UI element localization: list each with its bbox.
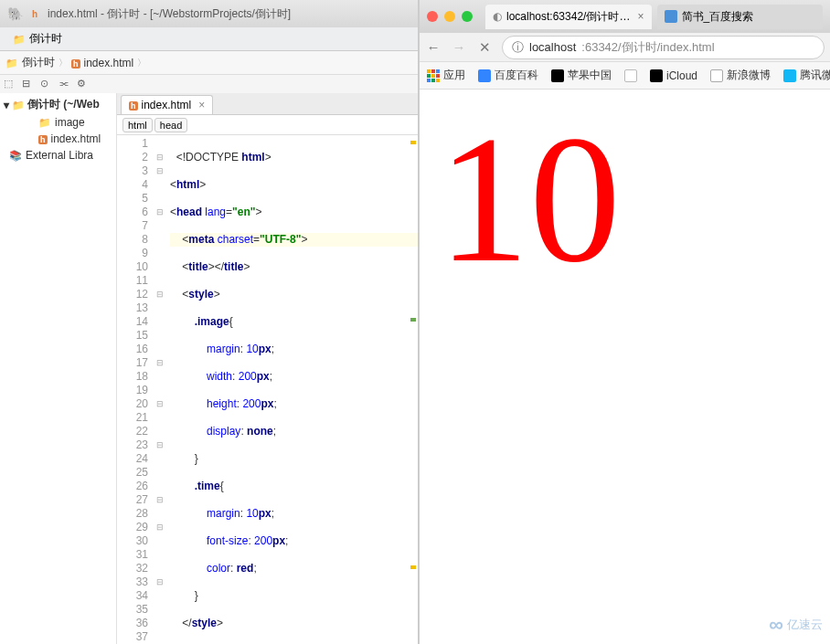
- site-info-icon[interactable]: [512, 39, 524, 56]
- url-path: :63342/倒计时/index.html: [581, 39, 714, 56]
- apple-icon: [551, 69, 564, 82]
- code-editor: index.html html head 123 456 789 101112 …: [117, 93, 418, 644]
- browser-titlebar: localhost:63342/倒计时/index 简书_百度搜索: [420, 0, 830, 33]
- folder-icon: [5, 57, 18, 69]
- watermark-logo-icon: [769, 613, 783, 637]
- tool-icon[interactable]: ⫘: [59, 78, 71, 90]
- folder-icon: [13, 33, 26, 46]
- apps-icon: [427, 69, 440, 82]
- crumb-html[interactable]: html: [122, 118, 153, 132]
- tool-icon[interactable]: ⊙: [40, 78, 53, 90]
- bookmark-label: 腾讯微博: [800, 68, 830, 83]
- favicon-icon: [665, 10, 677, 23]
- bookmark-empty[interactable]: [624, 69, 637, 82]
- bookmark-label: 新浪微博: [727, 68, 771, 83]
- editor-tabs: index.html: [117, 93, 418, 115]
- url-input[interactable]: localhost:63342/倒计时/index.html: [502, 36, 825, 59]
- editor-tab-label: index.html: [142, 99, 192, 111]
- bookmark-tencent[interactable]: 腾讯微博: [783, 68, 830, 83]
- close-icon[interactable]: [195, 99, 205, 111]
- chevron-right-icon: [137, 56, 146, 69]
- tree-root[interactable]: ▾ 倒计时 (~/Web: [0, 95, 116, 114]
- tree-item-image[interactable]: image: [0, 114, 116, 131]
- browser-tab[interactable]: 简书_百度搜索: [657, 5, 824, 29]
- ide-titlebar: h index.html - 倒计时 - [~/WebstormProjects…: [0, 0, 418, 27]
- tree-item-label: index.html: [51, 132, 101, 145]
- chevron-right-icon: [59, 56, 68, 69]
- editor-tab[interactable]: index.html: [121, 95, 213, 114]
- code-text[interactable]: <!DOCTYPE html> <html> <head lang="en"> …: [166, 135, 418, 644]
- project-tree[interactable]: ▾ 倒计时 (~/Web image index.html External L…: [0, 93, 117, 644]
- close-icon[interactable]: [637, 10, 644, 23]
- window-controls: [427, 11, 473, 22]
- close-window-icon[interactable]: [427, 11, 438, 22]
- breadcrumb-file[interactable]: index.html: [84, 57, 134, 69]
- tool-icon[interactable]: ⊟: [22, 78, 35, 90]
- library-icon: [9, 149, 22, 162]
- code-area[interactable]: 123 456 789 101112 131415 161718 192021 …: [117, 135, 418, 644]
- tree-item-external-libs[interactable]: External Libra: [0, 147, 116, 164]
- bookmarks-bar: 应用 百度百科 苹果中国 iCloud 新浪微博 腾讯微博: [420, 62, 830, 90]
- editor-area: ▾ 倒计时 (~/Web image index.html External L…: [0, 93, 418, 644]
- forward-icon[interactable]: →: [451, 39, 467, 55]
- favicon-icon: [624, 69, 637, 82]
- html-file-icon: [38, 132, 48, 145]
- bookmark-apps[interactable]: 应用: [427, 68, 465, 83]
- tree-item-label: External Libra: [26, 149, 93, 162]
- bookmark-icloud[interactable]: iCloud: [650, 69, 697, 82]
- address-bar: ← → ✕ localhost:63342/倒计时/index.html: [420, 33, 830, 62]
- watermark-text: 亿速云: [787, 617, 823, 633]
- chevron-down-icon: ▾: [4, 99, 9, 111]
- favicon-icon: [783, 69, 796, 82]
- tree-item-label: 倒计时 (~/Web: [27, 97, 100, 112]
- warning-marker[interactable]: [410, 565, 416, 569]
- tab-label: 倒计时: [29, 31, 62, 47]
- fold-gutter[interactable]: ⊟⊟⊟ ⊟ ⊟ ⊟⊟ ⊟⊟ ⊟: [154, 135, 166, 644]
- project-tabbar: 倒计时: [0, 27, 418, 51]
- bookmark-sina[interactable]: 新浪微博: [710, 68, 771, 83]
- breadcrumb-project[interactable]: 倒计时: [22, 55, 55, 70]
- bookmark-label: 苹果中国: [568, 68, 612, 83]
- html-file-icon: [129, 99, 138, 111]
- ide-window: h index.html - 倒计时 - [~/WebstormProjects…: [0, 0, 419, 644]
- bookmark-label: iCloud: [666, 69, 697, 82]
- maximize-window-icon[interactable]: [462, 11, 473, 22]
- ide-toolbar: ⬚ ⊟ ⊙ ⫘ ⚙: [0, 75, 418, 93]
- html-file-icon: h: [27, 6, 42, 21]
- apple-icon: [650, 69, 663, 82]
- warning-marker[interactable]: [410, 141, 416, 144]
- window-title: index.html - 倒计时 - [~/WebstormProjects/倒…: [48, 6, 291, 22]
- line-gutter: 123 456 789 101112 131415 161718 192021 …: [117, 135, 154, 644]
- loading-spinner-icon: [493, 10, 502, 23]
- project-tab[interactable]: 倒计时: [5, 28, 69, 49]
- marker-bar[interactable]: [409, 135, 418, 644]
- page-viewport: 10 亿速云: [420, 90, 830, 644]
- folder-icon: [12, 99, 25, 111]
- browser-tab-active[interactable]: localhost:63342/倒计时/index: [485, 5, 652, 29]
- bookmark-baidu[interactable]: 百度百科: [478, 68, 538, 83]
- stop-icon[interactable]: ✕: [476, 39, 493, 56]
- tool-icon[interactable]: ⬚: [4, 78, 16, 90]
- favicon-icon: [478, 69, 491, 82]
- tab-title: localhost:63342/倒计时/index: [506, 9, 633, 25]
- back-icon[interactable]: ←: [425, 39, 442, 55]
- bookmark-label: 百度百科: [495, 68, 538, 83]
- gear-icon[interactable]: ⚙: [77, 78, 90, 90]
- ok-marker[interactable]: [410, 318, 416, 322]
- tab-title: 简书_百度搜索: [682, 9, 816, 25]
- countdown-value: 10: [438, 108, 812, 290]
- breadcrumb-bar: 倒计时 index.html: [0, 51, 418, 75]
- watermark: 亿速云: [769, 613, 823, 637]
- gradle-icon: [7, 6, 22, 21]
- url-host: localhost: [529, 40, 576, 54]
- tree-item-label: image: [55, 116, 85, 129]
- browser-window: localhost:63342/倒计时/index 简书_百度搜索 ← → ✕ …: [419, 0, 830, 644]
- minimize-window-icon[interactable]: [444, 11, 455, 22]
- html-file-icon: [71, 57, 80, 69]
- bookmark-apple[interactable]: 苹果中国: [551, 68, 612, 83]
- favicon-icon: [710, 69, 723, 82]
- folder-icon: [38, 116, 51, 129]
- tree-item-index[interactable]: index.html: [0, 131, 116, 147]
- crumb-head[interactable]: head: [154, 118, 187, 132]
- structure-breadcrumb: html head: [117, 115, 418, 135]
